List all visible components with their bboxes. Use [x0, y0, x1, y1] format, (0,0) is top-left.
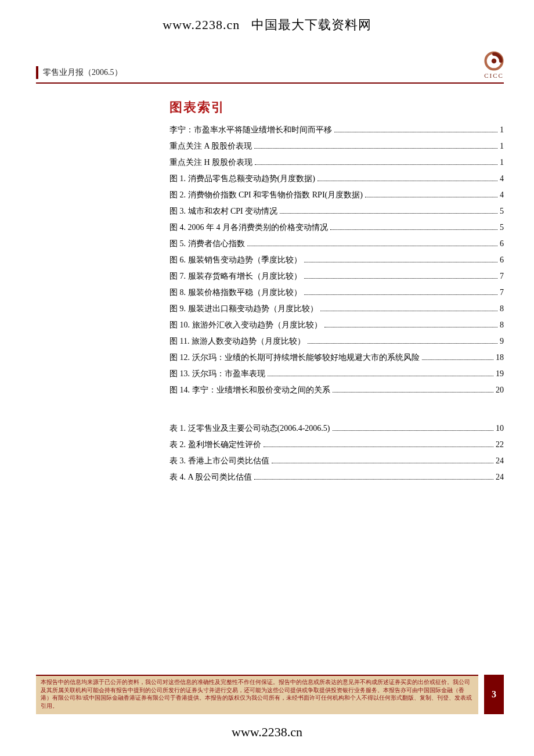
- toc-label: 重点关注 A 股股价表现: [169, 138, 252, 154]
- top-header: www.2238.cn 中国最大下载资料网: [0, 0, 534, 34]
- toc-page: 7: [500, 268, 504, 285]
- toc-row: 图 4. 2006 年 4 月各消费类别的价格变动情况5: [169, 219, 504, 236]
- toc-label: 图 4. 2006 年 4 月各消费类别的价格变动情况: [169, 219, 328, 236]
- toc-label: 图 13. 沃尔玛：市盈率表现: [169, 366, 265, 382]
- toc-label: 表 2. 盈利增长确定性评价: [169, 437, 261, 453]
- toc-row: 图 5. 消费者信心指数6: [169, 236, 504, 252]
- toc-label: 表 4. A 股公司类比估值: [169, 469, 252, 485]
- toc-leader: [247, 239, 498, 246]
- toc-gap: [36, 398, 504, 420]
- toc-leader: [272, 456, 494, 463]
- toc-leader: [308, 337, 497, 344]
- toc-row: 表 1. 泛零售业及主要公司动态(2006.4-2006.5)10: [169, 420, 504, 437]
- toc-row: 李宁：市盈率水平将随业绩增长和时间而平移1: [169, 122, 504, 138]
- toc-label: 图 10. 旅游外汇收入变动趋势（月度比较）: [169, 317, 322, 333]
- toc-row: 表 2. 盈利增长确定性评价22: [169, 437, 504, 453]
- toc-row: 图 9. 服装进出口额变动趋势（月度比较）8: [169, 301, 504, 317]
- toc-leader: [304, 255, 498, 262]
- toc-row: 图 12. 沃尔玛：业绩的长期可持续增长能够较好地规避大市的系统风险18: [169, 350, 504, 366]
- toc-page: 24: [496, 453, 504, 469]
- toc-page: 24: [496, 469, 504, 485]
- doc-title: 零售业月报（2006.5）: [43, 67, 122, 78]
- toc-page: 8: [500, 301, 504, 317]
- toc-row: 图 14. 李宁：业绩增长和股价变动之间的关系20: [169, 382, 504, 398]
- toc-label: 图 8. 服装价格指数平稳（月度比较）: [169, 285, 302, 301]
- toc-page: 6: [500, 236, 504, 252]
- page-body: 零售业月报（2006.5） CICC 图表索引 李宁：市盈率水平将随业绩增长和时…: [36, 51, 504, 485]
- toc-leader: [422, 353, 494, 360]
- toc-label: 图 7. 服装存货略有增长（月度比较）: [169, 268, 302, 285]
- toc-row: 图 3. 城市和农村 CPI 变动情况5: [169, 203, 504, 219]
- toc-leader: [268, 369, 494, 376]
- toc-label: 表 1. 泛零售业及主要公司动态(2006.4-2006.5): [169, 420, 330, 437]
- toc-label: 图 11. 旅游人数变动趋势（月度比较）: [169, 333, 305, 350]
- toc-leader: [333, 424, 494, 431]
- toc-leader: [333, 386, 494, 393]
- bottom-url: www.2238.cn: [0, 725, 534, 740]
- toc-row: 表 4. A 股公司类比估值24: [169, 469, 504, 485]
- toc-page: 9: [500, 333, 504, 350]
- toc-page: 10: [496, 420, 504, 437]
- accent-bar: [36, 66, 38, 79]
- toc-label: 图 6. 服装销售变动趋势（季度比较）: [169, 252, 302, 268]
- doc-title-wrap: 零售业月报（2006.5）: [36, 66, 122, 79]
- toc-leader: [254, 473, 493, 480]
- toc-label: 重点关注 H 股股价表现: [169, 154, 252, 171]
- document-header: 零售业月报（2006.5） CICC: [36, 51, 504, 84]
- toc-leader: [334, 125, 497, 132]
- toc-page: 4: [500, 187, 504, 203]
- footer: 本报告中的信息均来源于已公开的资料，我公司对这些信息的准确性及完整性不作任何保证…: [36, 675, 504, 714]
- toc-page: 19: [496, 366, 504, 382]
- footer-box: 本报告中的信息均来源于已公开的资料，我公司对这些信息的准确性及完整性不作任何保证…: [36, 675, 504, 714]
- logo-swirl-icon: [484, 51, 504, 71]
- toc-label: 图 2. 消费物价指数 CPI 和零售物价指数 RPI(月度数据): [169, 187, 363, 203]
- toc-leader: [320, 304, 498, 311]
- toc-label: 图 1. 消费品零售总额变动趋势(月度数据): [169, 171, 315, 187]
- toc-row: 图 10. 旅游外汇收入变动趋势（月度比较）8: [169, 317, 504, 333]
- toc-page: 5: [500, 219, 504, 236]
- toc-page: 4: [500, 171, 504, 187]
- toc-label: 表 3. 香港上市公司类比估值: [169, 453, 269, 469]
- toc-row: 图 7. 服装存货略有增长（月度比较）7: [169, 268, 504, 285]
- toc-label: 图 5. 消费者信心指数: [169, 236, 245, 252]
- toc-leader: [280, 207, 497, 214]
- toc-page: 22: [496, 437, 504, 453]
- toc-page: 7: [500, 285, 504, 301]
- toc-page: 1: [500, 122, 504, 138]
- toc-page: 1: [500, 154, 504, 171]
- toc-label: 图 14. 李宁：业绩增长和股价变动之间的关系: [169, 382, 330, 398]
- toc-leader: [264, 440, 494, 447]
- toc-leader: [304, 288, 498, 295]
- toc-tables: 表 1. 泛零售业及主要公司动态(2006.4-2006.5)10表 2. 盈利…: [169, 420, 504, 485]
- cicc-logo: CICC: [484, 51, 504, 79]
- section-title: 图表索引: [169, 99, 504, 116]
- top-site-name: 中国最大下载资料网: [251, 17, 371, 32]
- toc-row: 图 6. 服装销售变动趋势（季度比较）6: [169, 252, 504, 268]
- toc-row: 重点关注 A 股股价表现1: [169, 138, 504, 154]
- toc-row: 图 2. 消费物价指数 CPI 和零售物价指数 RPI(月度数据)4: [169, 187, 504, 203]
- toc-figures: 李宁：市盈率水平将随业绩增长和时间而平移1重点关注 A 股股价表现1重点关注 H…: [169, 122, 504, 398]
- toc-row: 图 13. 沃尔玛：市盈率表现19: [169, 366, 504, 382]
- toc-leader: [255, 158, 497, 165]
- svg-point-1: [492, 59, 497, 64]
- toc-row: 重点关注 H 股股价表现1: [169, 154, 504, 171]
- toc-leader: [254, 142, 497, 149]
- toc-label: 图 12. 沃尔玛：业绩的长期可持续增长能够较好地规避大市的系统风险: [169, 350, 420, 366]
- toc-label: 李宁：市盈率水平将随业绩增长和时间而平移: [169, 122, 332, 138]
- toc-page: 5: [500, 203, 504, 219]
- toc-page: 18: [496, 350, 504, 366]
- disclaimer-text: 本报告中的信息均来源于已公开的资料，我公司对这些信息的准确性及完整性不作任何保证…: [36, 675, 478, 714]
- toc-row: 表 3. 香港上市公司类比估值24: [169, 453, 504, 469]
- toc-leader: [330, 223, 497, 230]
- toc-row: 图 11. 旅游人数变动趋势（月度比较）9: [169, 333, 504, 350]
- top-url: www.2238.cn: [163, 17, 240, 32]
- toc-page: 6: [500, 252, 504, 268]
- toc-page: 8: [500, 317, 504, 333]
- toc-page: 1: [500, 138, 504, 154]
- page-number: 3: [484, 675, 504, 714]
- toc-row: 图 1. 消费品零售总额变动趋势(月度数据)4: [169, 171, 504, 187]
- toc-page: 20: [496, 382, 504, 398]
- toc-leader: [365, 190, 497, 197]
- logo-text: CICC: [484, 72, 504, 79]
- toc-leader: [304, 272, 498, 279]
